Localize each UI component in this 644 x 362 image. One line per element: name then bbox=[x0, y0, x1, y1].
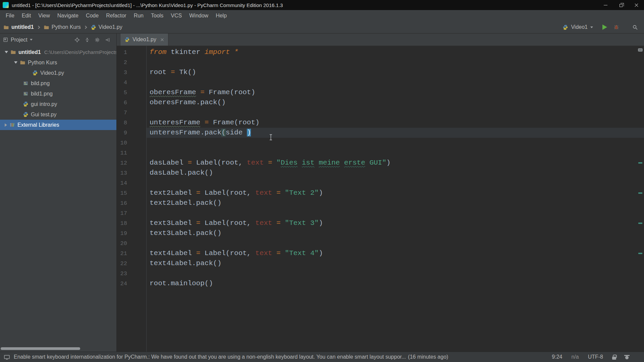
line-number[interactable]: 17 bbox=[117, 210, 146, 217]
toolwindow-switcher-icon[interactable] bbox=[4, 355, 10, 359]
code-line-2[interactable]: 2 bbox=[117, 57, 644, 67]
line-number[interactable]: 1 bbox=[117, 49, 146, 56]
editor-body[interactable]: 1from tkinter import *23root = Tk()45obe… bbox=[117, 46, 644, 352]
hide-panel-button[interactable] bbox=[104, 37, 110, 43]
tree-item-gui-test-py[interactable]: Gui test.py bbox=[0, 109, 116, 120]
menu-run[interactable]: Run bbox=[130, 13, 147, 19]
code-line-24[interactable]: 24root.mainloop() bbox=[117, 279, 644, 289]
line-number[interactable]: 6 bbox=[117, 100, 146, 106]
code-line-4[interactable]: 4 bbox=[117, 77, 644, 87]
debug-button[interactable] bbox=[612, 23, 620, 31]
line-number[interactable]: 22 bbox=[117, 260, 146, 267]
line-number[interactable]: 3 bbox=[117, 69, 146, 76]
code-line-18[interactable]: 18text3Label = Label(root, text = "Text … bbox=[117, 218, 644, 228]
tree-item-bild-png[interactable]: bild.png bbox=[0, 78, 116, 88]
menu-vcs[interactable]: VCS bbox=[167, 13, 185, 19]
menu-code[interactable]: Code bbox=[82, 13, 102, 19]
line-number[interactable]: 14 bbox=[117, 180, 146, 186]
code-line-9[interactable]: 9unteresFrame.pack(side ) bbox=[117, 128, 644, 138]
menu-file[interactable]: File bbox=[2, 13, 18, 19]
collapse-all-button[interactable] bbox=[84, 37, 90, 43]
minimize-button[interactable] bbox=[598, 0, 613, 10]
error-stripe-mark-line-21[interactable] bbox=[638, 253, 642, 254]
project-panel-title[interactable]: Project bbox=[11, 37, 33, 43]
caret-position-widget[interactable]: 9:24 bbox=[552, 354, 562, 360]
tree-item-untitled1[interactable]: untitled1C:\Users\Denis\PycharmProjects\… bbox=[0, 47, 116, 57]
code-line-7[interactable]: 7 bbox=[117, 108, 644, 118]
line-number[interactable]: 12 bbox=[117, 160, 146, 166]
line-number[interactable]: 9 bbox=[117, 130, 146, 136]
breadcrumb-item-python-kurs[interactable]: Python Kurs bbox=[44, 24, 81, 30]
code-line-21[interactable]: 21text4Label = Label(root, text = "Text … bbox=[117, 248, 644, 258]
expand-arrow-icon[interactable] bbox=[5, 123, 7, 127]
menu-tools[interactable]: Tools bbox=[147, 13, 167, 19]
code-line-13[interactable]: 13dasLabel.pack() bbox=[117, 168, 644, 178]
collapse-arrow-icon[interactable] bbox=[14, 61, 17, 64]
line-number[interactable]: 23 bbox=[117, 270, 146, 277]
code-line-8[interactable]: 8unteresFrame = Frame(root) bbox=[117, 118, 644, 128]
menu-navigate[interactable]: Navigate bbox=[54, 13, 82, 19]
menu-help[interactable]: Help bbox=[212, 13, 230, 19]
project-horizontal-scrollbar[interactable] bbox=[1, 347, 80, 350]
close-button[interactable] bbox=[629, 0, 644, 10]
line-number[interactable]: 13 bbox=[117, 170, 146, 176]
line-number[interactable]: 18 bbox=[117, 220, 146, 227]
editor-tab-video1[interactable]: Video1.py bbox=[120, 34, 168, 46]
line-number[interactable]: 24 bbox=[117, 281, 146, 287]
error-stripe-mark-line-18[interactable] bbox=[638, 223, 642, 224]
encoding-widget[interactable]: UTF-8 bbox=[588, 354, 603, 360]
tree-item-python-kurs[interactable]: Python Kurs bbox=[0, 57, 116, 68]
code-line-10[interactable]: 10 bbox=[117, 138, 644, 148]
menu-window[interactable]: Window bbox=[185, 13, 212, 19]
tree-item-bild1-png[interactable]: bild1.png bbox=[0, 88, 116, 99]
status-message[interactable]: Enable smart keyboard internationalizati… bbox=[14, 354, 406, 360]
code-line-5[interactable]: 5oberesFrame = Frame(root) bbox=[117, 87, 644, 98]
code-line-15[interactable]: 15text2Label = Label(root, text = "Text … bbox=[117, 188, 644, 198]
line-number[interactable]: 15 bbox=[117, 190, 146, 196]
line-number[interactable]: 5 bbox=[117, 89, 146, 96]
code-line-20[interactable]: 20 bbox=[117, 238, 644, 248]
code-line-16[interactable]: 16text2Label.pack() bbox=[117, 198, 644, 208]
code-line-12[interactable]: 12dasLabel = Label(root, text = "Dies is… bbox=[117, 158, 644, 168]
line-number[interactable]: 20 bbox=[117, 240, 146, 247]
tree-item-video1-py[interactable]: Video1.py bbox=[0, 68, 116, 78]
breadcrumb-item-video1-py[interactable]: Video1.py bbox=[91, 24, 122, 30]
line-number[interactable]: 7 bbox=[117, 110, 146, 116]
line-separator-widget[interactable]: n/a bbox=[571, 354, 579, 360]
line-number[interactable]: 19 bbox=[117, 230, 146, 237]
code-line-14[interactable]: 14 bbox=[117, 178, 644, 188]
tree-item-external-libraries[interactable]: External Libraries bbox=[0, 120, 116, 130]
menu-refactor[interactable]: Refactor bbox=[102, 13, 130, 19]
breadcrumb-item-untitled1[interactable]: untitled1 bbox=[3, 24, 34, 30]
menu-view[interactable]: View bbox=[35, 13, 53, 19]
settings-button[interactable] bbox=[94, 37, 100, 43]
menu-edit[interactable]: Edit bbox=[18, 13, 35, 19]
line-number[interactable]: 11 bbox=[117, 150, 146, 156]
code-line-6[interactable]: 6oberesFrame.pack() bbox=[117, 98, 644, 108]
collapse-arrow-icon[interactable] bbox=[5, 51, 8, 53]
code-line-3[interactable]: 3root = Tk() bbox=[117, 67, 644, 77]
error-stripe-mark-line-15[interactable] bbox=[638, 192, 642, 194]
tree-item-gui-intro-py[interactable]: gui intro.py bbox=[0, 99, 116, 109]
lock-icon[interactable] bbox=[612, 357, 616, 360]
line-number[interactable]: 16 bbox=[117, 200, 146, 206]
run-configuration-selector[interactable]: Video1 bbox=[560, 23, 596, 31]
hector-inspector-icon[interactable] bbox=[625, 356, 629, 359]
inspection-status-icon[interactable] bbox=[638, 48, 643, 52]
locate-button[interactable] bbox=[74, 37, 80, 43]
error-stripe-mark-line-12[interactable] bbox=[638, 162, 642, 164]
code-line-23[interactable]: 23 bbox=[117, 268, 644, 279]
code-line-17[interactable]: 17 bbox=[117, 208, 644, 218]
line-number[interactable]: 8 bbox=[117, 120, 146, 126]
line-number[interactable]: 2 bbox=[117, 59, 146, 66]
tab-close-button[interactable] bbox=[160, 38, 164, 42]
code-line-22[interactable]: 22text4Label.pack() bbox=[117, 258, 644, 268]
code-line-1[interactable]: 1from tkinter import * bbox=[117, 47, 644, 57]
search-everywhere-button[interactable] bbox=[631, 23, 639, 31]
line-number[interactable]: 10 bbox=[117, 140, 146, 146]
line-number[interactable]: 21 bbox=[117, 250, 146, 257]
code-line-11[interactable]: 11 bbox=[117, 148, 644, 158]
run-button[interactable] bbox=[602, 24, 607, 30]
line-number[interactable]: 4 bbox=[117, 79, 146, 86]
maximize-button[interactable] bbox=[613, 0, 629, 10]
